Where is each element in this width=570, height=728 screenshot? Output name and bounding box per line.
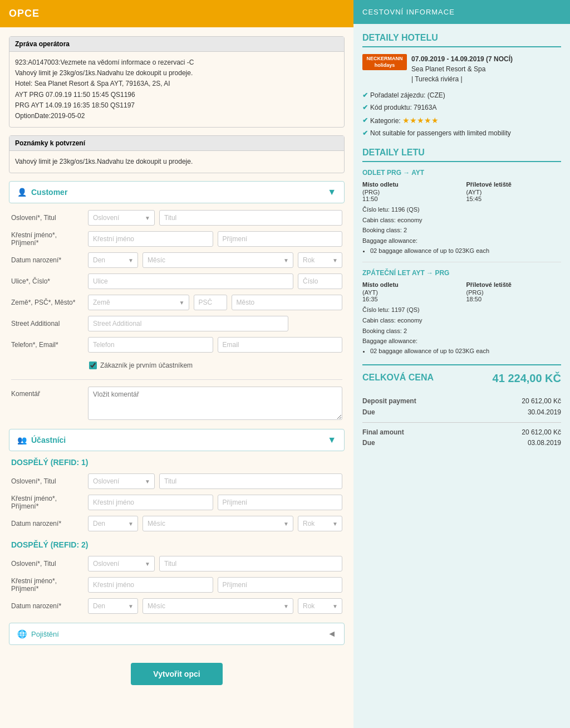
phone-label: Telefon*, Email* — [11, 341, 83, 349]
psc-input[interactable] — [194, 295, 227, 310]
customer-section-title: Customer — [31, 188, 67, 197]
adult1-birthdate-row: Datum narození* Den ▼ Měsíc ▼ — [11, 516, 342, 531]
confirmation-note-box: Poznámky k potvrzení Vahovỳ limit je 23k… — [9, 135, 345, 173]
hotel-meta-1: ✔ Kód produktu: 79163A — [362, 102, 561, 114]
birthdate-inputs: Den ▼ Měsíc ▼ Rok ▼ — [88, 252, 342, 268]
street-input[interactable] — [88, 273, 293, 289]
participants-section-header-left: Účastníci — [17, 436, 66, 444]
country-select[interactable]: Země — [88, 295, 189, 310]
adult2-day-select[interactable]: Den — [88, 598, 138, 614]
year-select-wrapper: Rok ▼ — [298, 252, 342, 268]
final-label-text: Final amount — [362, 427, 404, 438]
phone-input[interactable] — [88, 337, 213, 353]
stars-icon: ★★★★★ — [402, 116, 439, 125]
first-participant-checkbox[interactable] — [89, 361, 97, 369]
name-row: Křestní jméno*, Příjmení* — [11, 231, 342, 247]
right-panel: CESTOVNÍ INFORMACE DETAILY HOTELU NECKER… — [353, 0, 570, 728]
email-input[interactable] — [218, 337, 343, 353]
hotel-meta: ✔ Pořadatel zájezdu: (CZE) ✔ Kód produkt… — [362, 90, 561, 140]
deposit-payment-row: Deposit payment Due 20 612,00 Kč 30.04.2… — [362, 392, 561, 422]
street-additional-row: Street Additional — [11, 316, 342, 331]
phone-inputs — [88, 337, 342, 353]
flight-section: DETAILY LETU ODLET PRG → AYT Místo odlet… — [362, 148, 561, 356]
customer-form: Oslovení*, Titul Oslovení ▼ Křestní jmén… — [9, 210, 345, 420]
street-additional-inputs — [88, 316, 342, 331]
adult1-title-input[interactable] — [159, 473, 342, 489]
lastname-input[interactable] — [218, 231, 343, 247]
adult2-title-input[interactable] — [159, 556, 342, 571]
price-amount: 41 224,00 KČ — [493, 372, 561, 385]
adult2-day-wrapper: Den ▼ — [88, 598, 138, 614]
country-label: Země*, PSČ*, Město* — [11, 299, 83, 306]
adult1-section: DOSPĚLÝ (REFID: 1) Oslovení*, Titul Oslo… — [9, 458, 345, 531]
month-select[interactable]: Měsíc — [142, 252, 293, 268]
adult1-name-inputs — [88, 495, 342, 510]
adult1-lastname-input[interactable] — [218, 495, 343, 510]
final-label: Final amount Due — [362, 427, 404, 448]
adult2-title: DOSPĚLÝ (REFID: 2) — [11, 540, 342, 550]
flight-divider — [362, 262, 561, 262]
adult1-name-row: Křestní jméno*, Příjmení* — [11, 495, 342, 510]
return-details: Číslo letu: 1197 (QS) Cabin class: econo… — [362, 305, 561, 355]
street-additional-input[interactable] — [88, 316, 288, 331]
operator-line-6: OptionDate:2019-05-02 — [15, 111, 338, 121]
year-select[interactable]: Rok — [298, 252, 342, 268]
outbound-cabin-class: Cabin class: economy — [362, 215, 561, 226]
adult2-firstname-input[interactable] — [88, 577, 213, 593]
operator-line-5: PRG AYT 14.09.19 16:35 18:50 QS1197 — [15, 100, 338, 111]
country-inputs: Země ▼ — [88, 295, 342, 310]
adult1-year-select[interactable]: Rok — [298, 516, 342, 531]
day-select-wrapper: Den ▼ — [88, 252, 138, 268]
adult2-lastname-input[interactable] — [218, 577, 343, 593]
outbound-flight-number: Číslo letu: 1196 (QS) — [362, 204, 561, 215]
customer-section-header[interactable]: Customer ▼ — [9, 181, 345, 203]
neckermann-logo-line2: holidays — [375, 62, 395, 68]
day-select[interactable]: Den — [88, 252, 138, 268]
adult1-day-select[interactable]: Den — [88, 516, 138, 531]
adult1-salutation-select[interactable]: Oslovení — [88, 473, 155, 489]
participants-section-header[interactable]: Účastníci ▼ — [9, 429, 345, 451]
deposit-due-label: Due — [362, 407, 416, 418]
outbound-header: ODLET PRG → AYT — [362, 169, 561, 177]
outbound-cols: Místo odletu (PRG) 11:50 Příletové letiš… — [362, 181, 561, 202]
outbound-arrival-col: Příletové letiště (AYT) 15:45 — [466, 181, 562, 202]
final-amount: 20 612,00 Kč — [522, 427, 561, 438]
number-input[interactable] — [298, 273, 342, 289]
adult1-name-label: Křestní jméno*, Příjmení* — [11, 495, 83, 510]
salutation-inputs: Oslovení ▼ — [88, 210, 342, 226]
operator-line-2: Vahovỳ limit je 23kg/os/1ks.Nadvahu lze … — [15, 68, 338, 79]
adult2-year-select[interactable]: Rok — [298, 598, 342, 614]
outbound-arrival-time: 15:45 — [466, 196, 562, 202]
left-header: OPCE — [0, 0, 353, 27]
create-button[interactable]: Vytvořit opci — [131, 663, 222, 685]
price-title: CELKOVÁ CENA — [362, 372, 434, 384]
hotel-meta-text-3: Not suitable for passengers with limited… — [370, 128, 511, 140]
adult2-month-wrapper: Měsíc ▼ — [142, 598, 293, 614]
insurance-section[interactable]: Pojištění ◄ — [9, 623, 345, 645]
country-select-wrapper: Země ▼ — [88, 295, 189, 310]
adult2-salutation-select[interactable]: Oslovení — [88, 556, 155, 571]
title-input[interactable] — [159, 210, 342, 226]
city-input[interactable] — [232, 295, 343, 310]
adult2-birthdate-inputs: Den ▼ Měsíc ▼ Rok ▼ — [88, 598, 342, 614]
salutation-select[interactable]: Oslovení — [88, 210, 155, 226]
firstname-input[interactable] — [88, 231, 213, 247]
adult1-year-wrapper: Rok ▼ — [298, 516, 342, 531]
hotel-meta-2: ✔ Kategorie: ★★★★★ — [362, 114, 561, 128]
final-value: 20 612,00 Kč 03.08.2019 — [522, 427, 561, 448]
adult1-salutation-inputs: Oslovení ▼ — [88, 473, 342, 489]
adult2-month-select[interactable]: Měsíc — [142, 598, 293, 614]
comment-textarea[interactable] — [88, 387, 342, 420]
first-participant-row: Zákazník je prvním účastníkem — [11, 358, 342, 373]
outbound-baggage-list: 02 baggage allowance of up to 023KG each — [370, 246, 561, 256]
adult1-month-select[interactable]: Měsíc — [142, 516, 293, 531]
adult1-firstname-input[interactable] — [88, 495, 213, 510]
return-departure-label: Místo odletu — [362, 281, 458, 288]
participants-chevron-icon: ▼ — [327, 435, 336, 445]
comment-label: Komentář — [11, 387, 83, 398]
hotel-info: NECKERMANN holidays 07.09.2019 - 14.09.2… — [362, 54, 561, 84]
final-due-date: 03.08.2019 — [522, 438, 561, 448]
outbound-booking-class: Booking class: 2 — [362, 225, 561, 236]
operator-message-title: Zpráva operátora — [9, 37, 344, 52]
customer-icon — [17, 188, 27, 197]
